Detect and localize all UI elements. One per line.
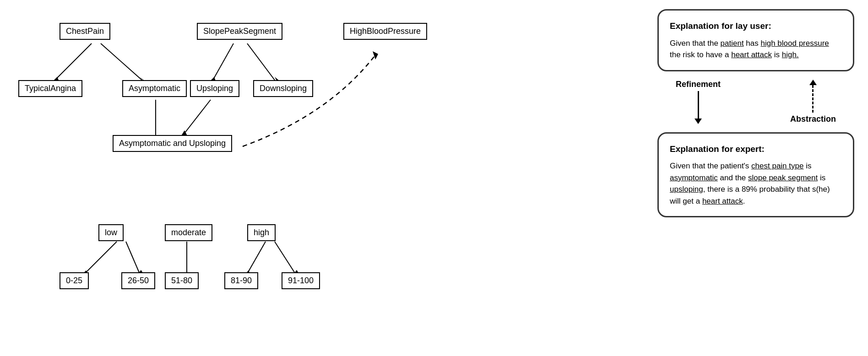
lay-text-7: is [772, 50, 782, 59]
refinement-section: Refinement [676, 80, 721, 124]
expert-title: Explanation for expert: [670, 143, 842, 156]
abstraction-line [812, 85, 814, 113]
main-container: ChestPain SlopePeakSegment HighBloodPres… [0, 0, 868, 356]
expert-text-7: is [818, 173, 825, 182]
refinement-label: Refinement [676, 80, 721, 89]
high-node: high [247, 224, 276, 241]
svg-line-0 [55, 43, 92, 80]
refinement-line [698, 91, 699, 119]
svg-line-10 [183, 100, 211, 135]
range-51-80-node: 51-80 [165, 272, 199, 289]
abstraction-label: Abstraction [790, 114, 836, 124]
high-blood-pressure-node: HighBloodPressure [343, 23, 427, 40]
lay-user-title: Explanation for lay user: [670, 20, 842, 33]
downsloping-node: Downsloping [253, 80, 313, 97]
lay-user-content: Given that the patient has high blood pr… [670, 38, 842, 61]
right-panel: Explanation for lay user: Given that the… [648, 0, 868, 356]
asymptomatic-node: Asymptomatic [122, 80, 187, 97]
upsloping-node: Upsloping [190, 80, 239, 97]
expert-upsloping: upsloping [670, 185, 703, 194]
svg-line-2 [101, 43, 142, 80]
expert-asymptomatic: asymptomatic [670, 173, 718, 182]
abstraction-arrow [809, 80, 817, 113]
low-node: low [98, 224, 124, 241]
expert-explanation-box: Explanation for expert: Given that the p… [657, 132, 854, 218]
abstraction-section: Abstraction [790, 80, 836, 124]
lay-text-3: has [744, 39, 761, 48]
svg-line-21 [275, 242, 295, 274]
refinement-arrow [694, 91, 702, 124]
range-26-50-node: 26-50 [121, 272, 155, 289]
moderate-node: moderate [165, 224, 212, 241]
typical-angina-node: TypicalAngina [18, 80, 82, 97]
svg-line-4 [213, 43, 233, 80]
abstraction-arrowhead [809, 80, 817, 85]
expert-text-11: . [743, 197, 745, 205]
lay-text-high: high. [782, 50, 799, 59]
svg-line-19 [247, 242, 266, 274]
lay-text-5: the risk to have a [670, 50, 731, 59]
lay-text-patient: patient [721, 39, 744, 48]
arrows-middle: Refinement Abstraction [657, 80, 854, 124]
lay-text-hbp: high blood pressure [760, 39, 829, 48]
range-81-90-node: 81-90 [224, 272, 258, 289]
diagram-area: ChestPain SlopePeakSegment HighBloodPres… [0, 0, 648, 356]
lay-user-explanation-box: Explanation for lay user: Given that the… [657, 9, 854, 71]
combined-node: Asymptomatic and Upsloping [113, 135, 232, 152]
expert-heart-attack: heart attack [702, 197, 743, 205]
lay-text-1: Given that the [670, 39, 721, 48]
svg-line-15 [126, 242, 140, 274]
expert-content: Given that the patient's chest pain type… [670, 160, 842, 207]
lay-text-heart-attack: heart attack [731, 50, 772, 59]
expert-text-3: is [803, 162, 811, 170]
refinement-arrowhead [694, 119, 702, 124]
expert-text-1: Given that the patient's [670, 162, 751, 170]
range-0-25-node: 0-25 [60, 272, 89, 289]
slope-peak-node: SlopePeakSegment [197, 23, 282, 40]
diagram-svg [0, 0, 648, 356]
expert-text-5: and the [718, 173, 748, 182]
svg-line-13 [85, 242, 117, 274]
expert-slope-peak: slope peak segment [748, 173, 818, 182]
chest-pain-node: ChestPain [60, 23, 110, 40]
range-91-100-node: 91-100 [282, 272, 320, 289]
svg-line-6 [247, 43, 275, 80]
expert-chest-pain: chest pain type [751, 162, 803, 170]
